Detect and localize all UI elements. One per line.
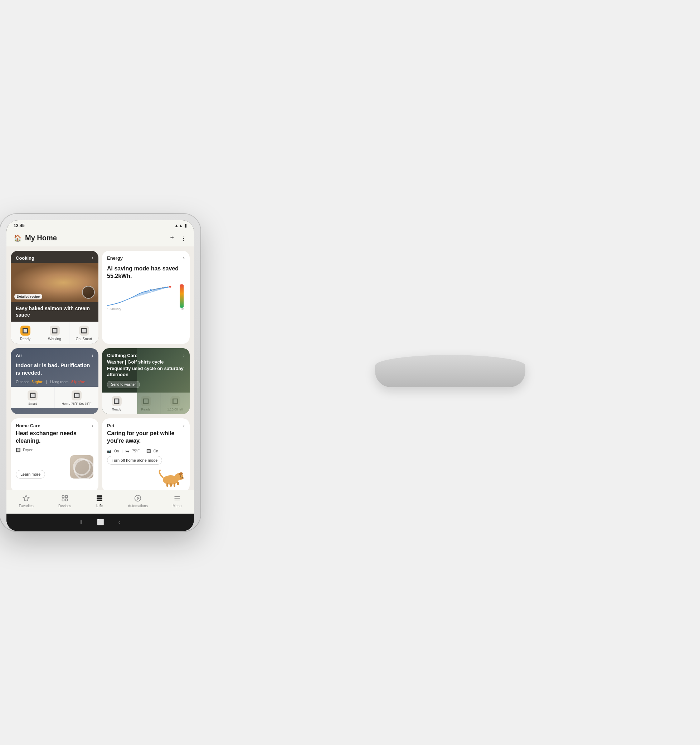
cooking-device-1[interactable]: 🔲 Working <box>40 322 69 344</box>
cooking-card-header: Cooking › <box>11 251 99 263</box>
cooking-chevron-right-icon: › <box>92 255 93 261</box>
air-title: Indoor air is bad. Purification is neede… <box>11 361 99 378</box>
clothing-content: Washer | Golf shirts cycle Frequently us… <box>102 359 190 393</box>
nav-menu-label: Menu <box>173 504 181 508</box>
app-header: 🏠 My Home + ⋮ <box>6 230 194 247</box>
home-care-chevron-right-icon: › <box>92 423 93 428</box>
dog-visual <box>102 467 190 487</box>
more-menu-icon[interactable]: ⋮ <box>181 234 187 242</box>
home-care-category: Home Care <box>16 423 40 428</box>
svg-rect-14 <box>62 496 64 498</box>
nav-automations[interactable]: Automations <box>124 493 151 509</box>
svg-rect-17 <box>66 499 68 501</box>
microwave-icon: 🔲 <box>50 326 60 336</box>
svg-rect-11 <box>173 483 175 487</box>
nav-favorites-label: Favorites <box>19 504 34 508</box>
svg-rect-9 <box>166 483 168 487</box>
signal-icon: ▲▲ <box>174 223 183 228</box>
gesture-bar: ⦀ ⬜ ‹ <box>6 514 194 531</box>
add-icon[interactable]: + <box>170 234 174 242</box>
home-alone-mode-button[interactable]: Turn off home alone mode <box>107 456 162 465</box>
dryer-drum <box>73 458 91 476</box>
cooking-device-0[interactable]: 🔲 Ready <box>11 322 40 344</box>
air-card-header: Air › <box>11 348 99 361</box>
clothing-category: Clothing Care <box>107 353 137 358</box>
cooking-device-2[interactable]: 🔲 On, Smart <box>69 322 99 344</box>
clothing-card[interactable]: Clothing Care › Washer | Golf shirts cyc… <box>102 348 190 414</box>
row-1: Cooking › Detailed recipe Easy baked sal… <box>11 251 190 344</box>
devices-icon <box>61 495 69 503</box>
dog-svg <box>155 467 187 487</box>
home-care-device: 🔲 Dryer <box>11 448 99 455</box>
svg-marker-22 <box>137 497 139 500</box>
home-gesture-icon[interactable]: ⬜ <box>97 519 104 525</box>
row-3: Home Care › Heat exchanger needs cleanin… <box>11 418 190 490</box>
svg-rect-19 <box>97 498 102 498</box>
energy-card-header: Energy › <box>102 251 190 263</box>
header-actions: + ⋮ <box>170 234 187 242</box>
page-title: My Home <box>25 234 57 242</box>
cooking-device-1-label: Working <box>48 337 61 341</box>
clothing-device-0[interactable]: 🔲 Ready <box>102 393 131 414</box>
thermostat-icon: 🔲 <box>72 390 82 401</box>
svg-point-21 <box>135 495 141 501</box>
air-device-0[interactable]: 🔲 Smart <box>11 387 55 408</box>
cooking-card[interactable]: Cooking › Detailed recipe Easy baked sal… <box>11 251 99 344</box>
recipe-badge[interactable]: Detailed recipe <box>14 294 42 299</box>
back-icon[interactable]: ‹ <box>118 519 120 525</box>
send-to-washer-button[interactable]: Send to washer <box>107 381 140 388</box>
pet-title: Caring for your pet while you're away. <box>102 429 190 448</box>
oven-icon: 🔲 <box>20 326 30 336</box>
pet-status-on1: On <box>114 449 119 453</box>
nav-devices[interactable]: Devices <box>55 493 75 509</box>
bottom-nav: Favorites Devices <box>6 490 194 514</box>
clothing-title: Washer | Golf shirts cycle Frequently us… <box>107 359 185 378</box>
pet-status-temp: 75°F <box>132 449 140 453</box>
screen: 12:45 ▲▲ ▮ 🏠 My Home + ⋮ <box>6 220 194 531</box>
cooking-devices: 🔲 Ready 🔲 Working 🔲 On, Smart <box>11 322 99 344</box>
nav-life-label: Life <box>96 504 103 508</box>
pet-card[interactable]: Pet › Caring for your pet while you're a… <box>102 418 190 490</box>
life-icon <box>96 495 103 503</box>
dryer-visual <box>70 455 93 479</box>
energy-chevron-right-icon: › <box>183 255 185 261</box>
time-display: 12:45 <box>13 223 25 228</box>
energy-chart-svg <box>107 284 185 308</box>
air-devices: 🔲 Smart 🔲 Home 75°F Set 75°F <box>11 387 99 408</box>
nav-favorites[interactable]: Favorites <box>15 493 37 509</box>
svg-rect-16 <box>62 499 64 501</box>
cooking-category: Cooking <box>16 255 34 261</box>
home-care-header: Home Care › <box>11 418 99 429</box>
air-chevron-right-icon: › <box>92 352 93 358</box>
home-care-card[interactable]: Home Care › Heat exchanger needs cleanin… <box>11 418 99 490</box>
living-room-value: 81μg/m³ <box>71 380 85 384</box>
recents-icon[interactable]: ⦀ <box>80 519 83 525</box>
learn-more-button[interactable]: Learn more <box>16 470 45 479</box>
svg-rect-2 <box>180 284 184 308</box>
svg-rect-15 <box>66 496 68 498</box>
air-card[interactable]: Air › Indoor air is bad. Purification is… <box>11 348 99 414</box>
energy-category: Energy <box>107 255 123 261</box>
air-device-1[interactable]: 🔲 Home 75°F Set 75°F <box>55 387 99 408</box>
energy-card[interactable]: Energy › AI saving mode has saved 55.2kW… <box>102 251 190 344</box>
nav-devices-label: Devices <box>58 504 71 508</box>
living-room-label: Living room <box>50 380 69 384</box>
device-stand <box>375 355 525 387</box>
pet-chevron-right-icon: › <box>183 423 185 428</box>
svg-rect-10 <box>170 483 172 487</box>
home-care-title: Heat exchanger needs cleaning. <box>11 429 99 448</box>
pet-status-on2: On <box>154 449 158 453</box>
cooking-device-0-label: Ready <box>20 337 30 341</box>
pet-status-row: 📷 On | 🛏 75°F | 🔲 On <box>102 448 190 456</box>
nav-life[interactable]: Life <box>93 493 107 509</box>
energy-chart-visual <box>107 284 185 306</box>
clothing-device-0-label: Ready <box>112 408 121 411</box>
outdoor-value: 5μg/m³ <box>31 380 43 384</box>
nav-automations-label: Automations <box>128 504 148 508</box>
svg-marker-13 <box>23 495 29 501</box>
svg-rect-20 <box>97 500 102 501</box>
nav-menu[interactable]: Menu <box>169 493 185 509</box>
air-device-1-label: Home 75°F Set 75°F <box>61 402 91 405</box>
automations-icon <box>134 495 141 503</box>
air-device-0-label: Smart <box>28 402 37 405</box>
